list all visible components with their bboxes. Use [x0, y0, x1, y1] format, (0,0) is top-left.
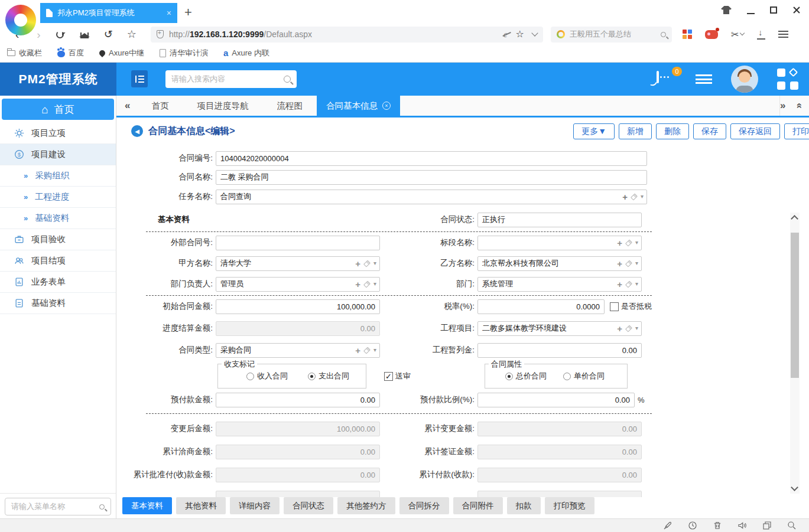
home-icon[interactable]	[80, 32, 89, 38]
eraser-icon[interactable]	[363, 280, 371, 288]
add-icon[interactable]: +	[617, 239, 622, 247]
reload-icon[interactable]	[56, 31, 64, 38]
contract-type-input[interactable]: 采购合同 +▾	[216, 343, 380, 358]
party-b-input[interactable]: 北京帮永科技有限公司 +▾	[477, 256, 642, 271]
minimize-button[interactable]	[747, 6, 755, 14]
radio-lump-sum-contract[interactable]: 总价合同	[505, 371, 547, 381]
url-text[interactable]: http://192.168.1.120:9999/Default.aspx	[169, 30, 312, 39]
bottom-tab-contract-split[interactable]: 合同拆分	[399, 497, 449, 514]
apps-grid-icon[interactable]	[683, 30, 692, 39]
caret-down-icon[interactable]: ▾	[635, 240, 638, 246]
bookmark-folder[interactable]: 收藏栏	[7, 48, 42, 58]
speed-history-icon[interactable]	[687, 520, 698, 531]
radio-unit-price-contract[interactable]: 单价合同	[563, 371, 605, 381]
browser-menu-icon[interactable]	[778, 31, 788, 38]
bookmark-axure-intranet[interactable]: aAxure 内联	[223, 48, 269, 58]
browser-tab[interactable]: 邦永PM2项目管理系统 ×	[40, 3, 177, 23]
tab-flowchart[interactable]: 流程图	[262, 96, 317, 116]
messages-button[interactable]: 0	[657, 72, 677, 86]
contract-no-input[interactable]: 1040042020000004	[216, 151, 647, 166]
radio-icon[interactable]	[246, 373, 254, 380]
project-input[interactable]: 二教多媒体教学环境建设 +▾	[477, 321, 642, 336]
search-icon[interactable]	[99, 504, 105, 510]
review-checkbox[interactable]: ✓	[384, 372, 393, 381]
bookmark-audit[interactable]: 清华审计演	[160, 48, 208, 58]
url-dropdown-icon[interactable]	[531, 30, 538, 36]
search-icon[interactable]	[661, 32, 666, 37]
sidebar-item-home[interactable]: ⌂ 首页	[2, 99, 114, 120]
add-icon[interactable]: +	[617, 259, 622, 268]
dept-input[interactable]: 系统管理 +▾	[477, 277, 642, 292]
user-avatar[interactable]	[731, 66, 758, 93]
app-search-input[interactable]: 请输入搜索内容	[165, 70, 297, 88]
tab-close-icon[interactable]: ×	[382, 102, 391, 110]
print-button[interactable]: 打印	[784, 123, 809, 139]
tax-rate-input[interactable]: 0.0000	[477, 299, 605, 314]
tab-close-icon[interactable]: ×	[167, 8, 171, 18]
sidebar-item-project-construction[interactable]: $ 项目建设	[0, 144, 116, 165]
bottom-tab-contract-status[interactable]: 合同状态	[284, 497, 333, 514]
bottom-tab-other-signatories[interactable]: 其他签约方	[337, 497, 395, 514]
close-button[interactable]	[792, 6, 801, 14]
sidebar-item-project-acceptance[interactable]: 项目验收	[0, 229, 116, 250]
tab-home[interactable]: 首页	[137, 96, 183, 116]
collapse-up-icon[interactable]: «	[793, 103, 805, 108]
page-search-icon[interactable]	[787, 520, 797, 531]
party-a-input[interactable]: 清华大学 +▾	[216, 256, 380, 271]
caret-down-icon[interactable]: ▾	[373, 260, 376, 266]
browser-search-box[interactable]: 王毅用五个最总结	[551, 27, 672, 43]
add-button[interactable]: 新增	[619, 123, 652, 139]
add-icon[interactable]: +	[355, 259, 360, 268]
eraser-icon[interactable]	[625, 239, 632, 246]
bottom-tab-basic-data[interactable]: 基本资料	[122, 497, 172, 514]
bookmark-axure[interactable]: Axure中继	[99, 48, 144, 58]
tabs-scroll-left-icon[interactable]: «	[125, 100, 130, 112]
eraser-icon[interactable]	[625, 260, 632, 267]
advance-ratio-input[interactable]: 0.00	[477, 393, 635, 407]
eraser-icon[interactable]	[625, 280, 632, 288]
new-tab-button[interactable]: +	[184, 5, 192, 20]
favorite-star-icon[interactable]: ☆	[516, 30, 524, 39]
eraser-icon[interactable]	[631, 193, 638, 200]
trash-icon[interactable]	[712, 520, 723, 531]
form-scrollbar[interactable]	[790, 213, 800, 494]
bottom-tab-print-preview[interactable]: 打印预览	[545, 497, 594, 514]
radio-expense-contract[interactable]: 支出合同	[308, 371, 349, 381]
back-button[interactable]: ◀	[131, 125, 143, 137]
advance-amount-input[interactable]: 0.00	[216, 393, 380, 407]
external-no-input[interactable]	[216, 236, 380, 250]
menu-fold-button[interactable]	[131, 70, 148, 87]
tabs-scroll-right-icon[interactable]: »	[780, 100, 785, 112]
browser-logo-icon[interactable]	[5, 5, 36, 35]
security-shield-icon[interactable]	[157, 30, 164, 38]
sidebar-item-business-forms[interactable]: 业务表单	[0, 272, 116, 293]
tab-project-progress-nav[interactable]: 项目进度导航	[183, 96, 262, 116]
volume-icon[interactable]	[737, 520, 748, 531]
caret-down-icon[interactable]: ▾	[641, 194, 644, 200]
compat-mode-icon[interactable]: e	[503, 30, 508, 40]
sidebar-item-engineering-progress[interactable]: » 工程进度	[0, 187, 116, 208]
contract-status-input[interactable]: 正执行	[477, 213, 642, 227]
tax-deduct-checkbox[interactable]	[610, 302, 619, 311]
scroll-down-icon[interactable]	[791, 484, 798, 491]
bottom-tab-contract-attachments[interactable]: 合同附件	[453, 497, 503, 514]
bottom-tab-deduction[interactable]: 扣款	[507, 497, 541, 514]
contract-name-input[interactable]: 二教 采购合同	[216, 170, 647, 185]
bottom-tab-other-data[interactable]: 其他资料	[176, 497, 226, 514]
add-icon[interactable]: +	[617, 280, 622, 289]
tab-contract-basic-info[interactable]: 合同基本信息 ×	[317, 96, 400, 116]
sidebar-item-basic-data[interactable]: 基础资料	[0, 293, 116, 314]
scroll-up-icon[interactable]	[791, 215, 798, 223]
more-button[interactable]: 更多▼	[573, 123, 615, 139]
caret-down-icon[interactable]: ▾	[635, 260, 638, 266]
sidebar-item-basic-data-sub[interactable]: » 基础资料	[0, 208, 116, 229]
games-icon[interactable]	[705, 30, 718, 39]
eraser-icon[interactable]	[363, 260, 371, 267]
radio-icon[interactable]	[505, 373, 513, 380]
bid-section-input[interactable]: +▾	[477, 236, 642, 250]
bookmark-star-icon[interactable]: ☆	[127, 29, 137, 40]
save-button[interactable]: 保存	[693, 123, 726, 139]
add-icon[interactable]: +	[617, 324, 622, 333]
sidebar-item-project-initiation[interactable]: 项目立项	[0, 123, 116, 144]
maximize-button[interactable]	[770, 6, 777, 14]
